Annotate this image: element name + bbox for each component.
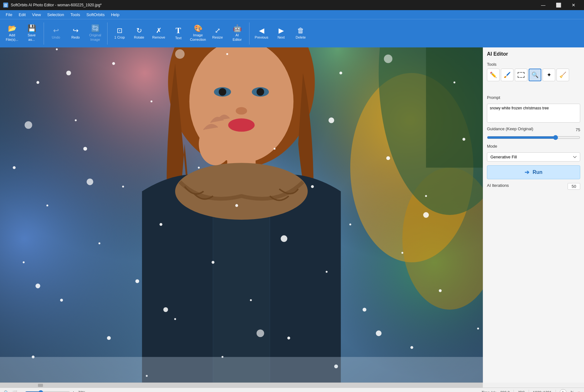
info-button[interactable]: ℹ — [560, 389, 567, 392]
iterations-label: AI Iterations — [487, 183, 509, 188]
guidance-slider[interactable] — [487, 135, 580, 140]
svg-point-85 — [25, 121, 32, 129]
main-area: AI Editor Tools ✏️ 🖌️ 🔍 — [0, 47, 584, 383]
title-bar-left: 🖼 SoftOrbits AI Photo Editor - woman-600… — [3, 3, 102, 8]
menu-softorbits[interactable]: SoftOrbits — [83, 11, 108, 18]
svg-point-60 — [363, 308, 366, 311]
svg-point-17 — [228, 119, 255, 132]
toolbar-rotate-button[interactable]: ↻ Rotate — [130, 21, 149, 46]
star-icon: ✦ — [547, 71, 551, 78]
maximize-button[interactable]: ⬜ — [551, 0, 566, 10]
svg-point-83 — [376, 330, 382, 336]
svg-point-61 — [402, 252, 403, 254]
crop-icon: ⊡ — [117, 27, 122, 34]
scroll-thumb[interactable] — [38, 384, 43, 387]
svg-point-23 — [56, 48, 58, 50]
toolbar-resize-button[interactable]: ⤢ Resize — [208, 21, 227, 46]
toolbar-original-image-button[interactable]: 🔄 OriginalImage — [86, 21, 105, 46]
frame-status-icon[interactable]: ⬜ — [12, 390, 17, 392]
menu-file[interactable]: File — [3, 11, 15, 18]
redo-label: Redo — [71, 35, 80, 40]
crop-label: 1 Crop — [114, 35, 125, 40]
svg-point-38 — [13, 166, 15, 169]
rotate-icon: ↻ — [136, 27, 142, 34]
run-label: Run — [532, 169, 542, 175]
next-label: Next — [278, 35, 285, 40]
previous-label: Previous — [255, 35, 268, 40]
svg-point-16 — [236, 107, 247, 115]
brush-icon: 🖌️ — [504, 71, 511, 78]
undo-icon: ↩ — [53, 27, 59, 34]
toolbar-save-as-button[interactable]: 💾 Saveas... — [22, 21, 41, 46]
zoom-slider[interactable] — [25, 390, 70, 392]
menu-view[interactable]: View — [29, 11, 44, 18]
redo-icon: ↪ — [73, 27, 78, 34]
prompt-input[interactable] — [487, 104, 580, 123]
toolbar-undo-button[interactable]: ↩ Undo — [46, 21, 65, 46]
magnify-status-icon[interactable]: 🔍 — [4, 390, 9, 392]
menu-edit[interactable]: Edit — [15, 11, 29, 18]
svg-point-81 — [281, 235, 287, 242]
save-as-icon: 💾 — [28, 25, 36, 32]
rect-select-icon — [518, 72, 525, 78]
menu-selection[interactable]: Selection — [44, 11, 67, 18]
svg-point-86 — [384, 54, 392, 63]
remove-icon: ✗ — [156, 27, 162, 34]
heart-icon[interactable]: ♥ — [578, 390, 580, 392]
iterations-value: 50 — [568, 183, 580, 190]
svg-point-82 — [35, 284, 40, 288]
rect-select-tool-button[interactable] — [515, 69, 527, 81]
panel-title: AI Editor — [487, 51, 580, 57]
right-panel: AI Editor Tools ✏️ 🖌️ 🔍 — [483, 47, 584, 383]
lasso-tool-button[interactable]: 🔍 — [529, 69, 541, 81]
brush-tool-button[interactable]: 🖌️ — [501, 69, 513, 81]
svg-point-39 — [46, 205, 48, 206]
zoom-controls: − + 73% — [20, 389, 89, 392]
toolbar: 📂 AddFile(s)... 💾 Saveas... ↩ Undo ↪ Red… — [0, 19, 584, 47]
mode-select[interactable]: Generative Fill Inpainting Outpainting — [487, 152, 580, 162]
zoom-in-button[interactable]: + — [71, 389, 76, 392]
svg-point-41 — [122, 186, 124, 187]
close-button[interactable]: ✕ — [566, 0, 581, 10]
ai-editor-label: AIEditor — [233, 33, 242, 41]
toolbar-crop-button[interactable]: ⊡ 1 Crop — [110, 21, 129, 46]
svg-point-28 — [112, 62, 115, 65]
run-button[interactable]: ➔ Run — [487, 165, 580, 179]
toolbar-next-button[interactable]: ▶ Next — [272, 21, 291, 46]
add-file-label: AddFile(s)... — [6, 33, 18, 41]
format-value: JPG — [518, 390, 525, 392]
svg-point-66 — [107, 336, 111, 340]
svg-point-43 — [198, 167, 200, 168]
toolbar-remove-button[interactable]: ✗ Remove — [149, 21, 168, 46]
svg-point-42 — [160, 223, 163, 226]
spacer-1 — [487, 85, 580, 91]
toolbar-redo-button[interactable]: ↪ Redo — [66, 21, 85, 46]
pencil-tool-button[interactable]: ✏️ — [487, 69, 500, 81]
canvas-image — [0, 47, 483, 383]
toolbar-previous-button[interactable]: ◀ Previous — [252, 21, 271, 46]
original-image-label: OriginalImage — [89, 33, 101, 41]
svg-point-37 — [453, 82, 455, 83]
zoom-out-button[interactable]: − — [20, 389, 24, 392]
toolbar-delete-button[interactable]: 🗑 Delete — [291, 21, 310, 46]
toolbar-text-button[interactable]: T Text — [169, 21, 188, 46]
menu-tools[interactable]: Tools — [67, 11, 83, 18]
minimize-button[interactable]: — — [536, 0, 550, 10]
svg-point-50 — [463, 138, 465, 141]
svg-point-14 — [219, 88, 226, 96]
toolbar-image-correction-button[interactable]: 🎨 ImageCorrection — [188, 21, 207, 46]
svg-point-76 — [66, 70, 71, 75]
svg-point-47 — [349, 224, 351, 225]
status-bar: 🔍 ⬜ − + 73% Time (s): 280.8 JPG 1920x128… — [0, 388, 584, 392]
toolbar-ai-editor-button[interactable]: 🤖 AIEditor — [228, 21, 247, 46]
svg-point-15 — [256, 88, 264, 96]
eraser-tool-button[interactable]: 🧹 — [556, 69, 569, 81]
menu-help[interactable]: Help — [108, 11, 123, 18]
star-tool-button[interactable]: ✦ — [543, 69, 555, 81]
toolbar-add-file-button[interactable]: 📂 AddFile(s)... — [3, 21, 22, 46]
title-bar-controls: — ⬜ ✕ — [536, 0, 581, 10]
delete-label: Delete — [296, 35, 306, 40]
svg-point-58 — [287, 337, 290, 340]
twitter-icon[interactable]: 𝕏 — [570, 390, 574, 392]
app-icon: 🖼 — [3, 3, 8, 8]
